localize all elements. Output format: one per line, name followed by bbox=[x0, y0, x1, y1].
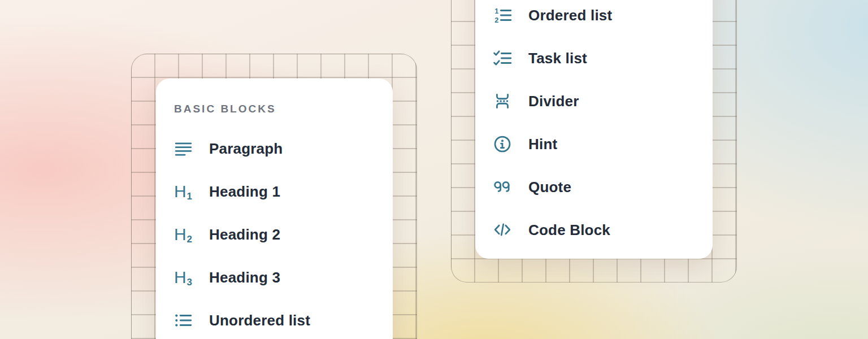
menu-item-hint[interactable]: Hint bbox=[475, 123, 713, 166]
menu-item-label: Quote bbox=[528, 179, 571, 195]
heading-2-icon: H2 bbox=[173, 224, 193, 245]
menu-item-heading-3[interactable]: H3 Heading 3 bbox=[156, 256, 393, 299]
menu-item-heading-1[interactable]: H1 Heading 1 bbox=[156, 170, 393, 213]
menu-items-list: 1 2 Ordered list bbox=[475, 0, 713, 251]
menu-item-label: Heading 2 bbox=[209, 226, 280, 243]
h-sub-digit: 1 bbox=[187, 192, 192, 201]
menu-item-label: Divider bbox=[528, 93, 579, 110]
heading-1-icon: H1 bbox=[173, 181, 193, 202]
quote-icon bbox=[492, 177, 513, 197]
basic-blocks-menu: BASIC BLOCKS Paragraph H1 Heading 1 bbox=[156, 79, 393, 339]
menu-item-task-list[interactable]: Task list bbox=[475, 37, 713, 80]
blocks-menu-right: 1 2 Ordered list bbox=[475, 0, 713, 259]
menu-item-label: Code Block bbox=[528, 221, 610, 238]
ordered-list-icon: 1 2 bbox=[492, 5, 513, 25]
menu-item-label: Paragraph bbox=[209, 140, 283, 157]
ordered-digit-1: 1 bbox=[494, 7, 498, 15]
menu-item-label: Hint bbox=[528, 136, 557, 153]
h-glyph: H bbox=[174, 226, 186, 243]
menu-item-label: Unordered list bbox=[209, 312, 310, 329]
unordered-list-icon bbox=[173, 310, 193, 331]
menu-item-ordered-list[interactable]: 1 2 Ordered list bbox=[475, 0, 713, 37]
paragraph-icon bbox=[173, 138, 193, 159]
menu-item-quote[interactable]: Quote bbox=[475, 166, 713, 208]
menu-item-heading-2[interactable]: H2 Heading 2 bbox=[156, 213, 393, 256]
h-sub-digit: 3 bbox=[187, 277, 192, 287]
menu-items-list: Paragraph H1 Heading 1 H2 Heading 2 H3 H… bbox=[156, 127, 393, 339]
section-label: BASIC BLOCKS bbox=[174, 103, 393, 115]
h-glyph: H bbox=[174, 183, 186, 200]
menu-item-label: Heading 1 bbox=[209, 183, 280, 200]
menu-item-code-block[interactable]: Code Block bbox=[475, 208, 713, 251]
menu-item-unordered-list[interactable]: Unordered list bbox=[156, 299, 393, 339]
menu-item-paragraph[interactable]: Paragraph bbox=[156, 127, 393, 170]
ordered-digit-2: 2 bbox=[494, 16, 498, 24]
page-background: BASIC BLOCKS Paragraph H1 Heading 1 bbox=[0, 0, 868, 339]
menu-item-label: Heading 3 bbox=[209, 269, 280, 286]
task-list-icon bbox=[492, 48, 513, 68]
menu-item-label: Task list bbox=[528, 50, 587, 67]
h-sub-digit: 2 bbox=[187, 234, 192, 244]
menu-item-label: Ordered list bbox=[528, 7, 612, 24]
divider-icon bbox=[492, 91, 513, 111]
h-glyph: H bbox=[174, 269, 186, 286]
hint-icon bbox=[492, 134, 513, 154]
code-block-icon bbox=[492, 220, 513, 240]
menu-item-divider[interactable]: Divider bbox=[475, 80, 713, 123]
heading-3-icon: H3 bbox=[173, 267, 193, 288]
